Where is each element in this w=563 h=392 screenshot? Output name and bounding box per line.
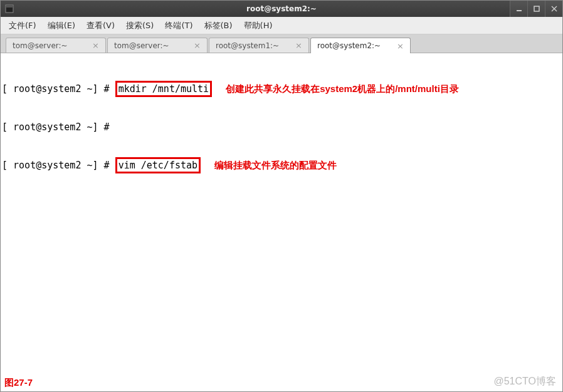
terminal-line: [ root@system2 ~] # mkdir /mnt/multi创建此共…	[2, 82, 561, 95]
prompt: [ root@system2 ~] #	[2, 159, 115, 172]
prompt: [ root@system2 ~] #	[2, 83, 115, 95]
terminal-area[interactable]: [ root@system2 ~] # mkdir /mnt/multi创建此共…	[1, 53, 562, 391]
svg-rect-3	[534, 6, 539, 11]
titlebar: root@system2:~	[1, 1, 562, 17]
tab-tom-server-2[interactable]: tom@server:~ ×	[107, 38, 208, 53]
tab-root-system1[interactable]: root@system1:~ ×	[209, 38, 309, 53]
close-icon[interactable]: ×	[92, 41, 99, 50]
terminal-line: [ root@system2 ~] #	[2, 120, 561, 133]
tab-label: root@system1:~	[216, 41, 279, 50]
svg-rect-1	[6, 6, 13, 8]
close-icon[interactable]: ×	[194, 41, 201, 50]
watermark: @51CTO博客	[493, 375, 556, 388]
menu-terminal[interactable]: 终端(T)	[159, 18, 198, 33]
app-icon	[4, 4, 14, 14]
menu-edit[interactable]: 编辑(E)	[42, 18, 81, 33]
menu-file[interactable]: 文件(F)	[3, 18, 42, 33]
annotation-text: 编辑挂载文件系统的配置文件	[214, 159, 337, 172]
annotation-text: 创建此共享永久挂载在system2机器上的/mnt/multi目录	[226, 83, 459, 95]
close-icon[interactable]: ×	[295, 41, 302, 50]
close-icon[interactable]: ×	[397, 41, 404, 51]
menubar: 文件(F) 编辑(E) 查看(V) 搜索(S) 终端(T) 标签(B) 帮助(H…	[1, 17, 562, 34]
tab-root-system2[interactable]: root@system2:~ ×	[310, 38, 411, 53]
tab-label: tom@server:~	[13, 41, 68, 50]
terminal-line: [ root@system2 ~] # vim /etc/fstab编辑挂载文件…	[2, 158, 561, 172]
window-controls	[510, 1, 562, 17]
command-highlighted: mkdir /mnt/multi	[115, 81, 213, 97]
tab-label: root@system2:~	[317, 41, 381, 50]
menu-view[interactable]: 查看(V)	[81, 18, 120, 33]
close-button[interactable]	[545, 1, 562, 17]
terminal-window: root@system2:~ 文件(F) 编辑(E) 查看(V) 搜索(S) 终…	[0, 0, 563, 392]
menu-help[interactable]: 帮助(H)	[238, 18, 278, 33]
tab-bar: tom@server:~ × tom@server:~ × root@syste…	[1, 34, 562, 53]
command-highlighted: vim /etc/fstab	[115, 157, 201, 173]
figure-label: 图27-7	[4, 376, 33, 389]
maximize-button[interactable]	[527, 1, 545, 17]
menu-tabs[interactable]: 标签(B)	[199, 18, 238, 33]
window-title: root@system2:~	[246, 4, 317, 13]
prompt: [ root@system2 ~] #	[2, 121, 115, 133]
minimize-button[interactable]	[510, 1, 527, 17]
menu-search[interactable]: 搜索(S)	[120, 18, 159, 33]
tab-label: tom@server:~	[114, 41, 169, 50]
tab-tom-server-1[interactable]: tom@server:~ ×	[6, 38, 106, 53]
